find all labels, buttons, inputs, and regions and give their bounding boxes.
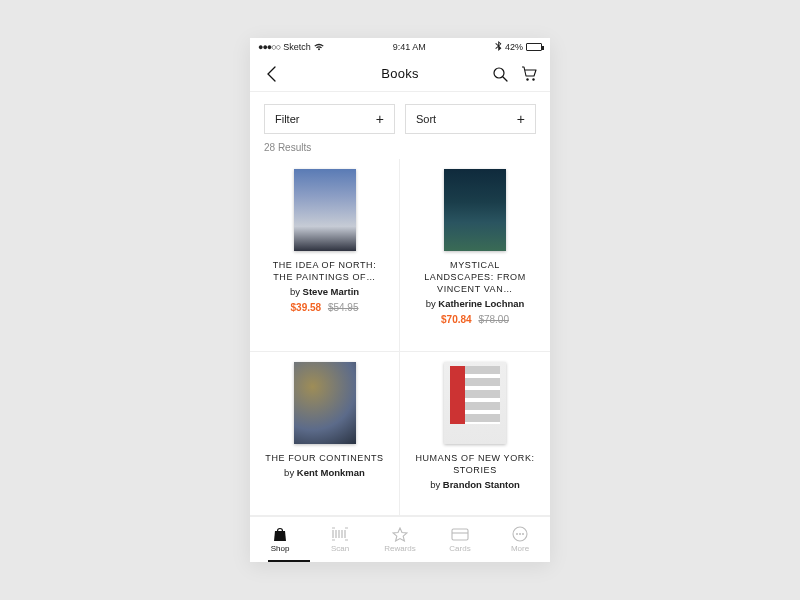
product-card[interactable]: MYSTICAL LANDSCAPES: FROM VINCENT VAN… b… [400,159,550,352]
phone-frame: ●●●○○ Sketch 9:41 AM 42% Books [250,38,550,562]
bag-icon [271,526,289,542]
cart-button[interactable] [521,65,538,83]
product-card[interactable]: THE FOUR CONTINENTS by Kent Monkman [250,352,400,516]
star-icon [391,526,409,542]
signal-dots-icon: ●●●○○ [258,42,280,52]
more-icon [511,526,529,542]
filter-label: Filter [275,113,299,125]
active-tab-indicator [268,560,310,562]
sale-price: $39.58 [291,302,322,313]
svg-rect-3 [452,529,468,540]
product-card[interactable]: THE IDEA OF NORTH: THE PAINTINGS OF… by … [250,159,400,352]
product-cover-image [294,169,356,251]
page-title: Books [381,66,419,81]
nav-bar: Books [250,56,550,92]
sort-label: Sort [416,113,436,125]
original-price: $78.00 [478,314,509,325]
product-title: HUMANS OF NEW YORK: STORIES [415,452,535,476]
product-grid: THE IDEA OF NORTH: THE PAINTINGS OF… by … [250,159,550,516]
svg-point-1 [526,78,528,80]
plus-icon: + [376,111,384,127]
tab-rewards[interactable]: Rewards [375,526,425,553]
status-bar: ●●●○○ Sketch 9:41 AM 42% [250,38,550,56]
product-author: by Katherine Lochnan [426,298,525,309]
search-button[interactable] [492,65,509,83]
card-icon [451,526,469,542]
clock: 9:41 AM [393,42,426,52]
tab-more[interactable]: More [495,526,545,553]
product-author: by Kent Monkman [284,467,365,478]
tab-cards[interactable]: Cards [435,526,485,553]
battery-percent: 42% [505,42,523,52]
product-prices: $39.58 $54.95 [291,302,359,313]
battery-icon [526,43,542,51]
product-prices: $70.84 $78.00 [441,314,509,325]
svg-point-6 [519,533,521,535]
barcode-icon [331,526,349,542]
wifi-icon [314,42,324,53]
tab-label: Shop [271,544,290,553]
product-title: MYSTICAL LANDSCAPES: FROM VINCENT VAN… [415,259,535,295]
product-cover-image [444,169,506,251]
product-author: by Brandon Stanton [430,479,520,490]
svg-point-7 [522,533,524,535]
tab-label: Rewards [384,544,416,553]
product-card[interactable]: HUMANS OF NEW YORK: STORIES by Brandon S… [400,352,550,516]
tab-shop[interactable]: Shop [255,526,305,553]
back-button[interactable] [262,65,280,83]
product-cover-image [294,362,356,444]
results-count: 28 Results [250,142,550,159]
product-cover-image [444,362,506,444]
plus-icon: + [517,111,525,127]
svg-point-5 [516,533,518,535]
sale-price: $70.84 [441,314,472,325]
tab-label: Scan [331,544,349,553]
original-price: $54.95 [328,302,359,313]
product-title: THE IDEA OF NORTH: THE PAINTINGS OF… [265,259,385,283]
svg-point-2 [532,78,534,80]
controls-row: Filter + Sort + [250,92,550,142]
bluetooth-icon [495,41,502,53]
tab-bar: Shop Scan Rewards Cards More [250,516,550,562]
svg-point-0 [494,68,504,78]
filter-button[interactable]: Filter + [264,104,395,134]
product-title: THE FOUR CONTINENTS [265,452,383,464]
tab-label: More [511,544,529,553]
carrier-label: Sketch [283,42,311,52]
sort-button[interactable]: Sort + [405,104,536,134]
product-author: by Steve Martin [290,286,359,297]
tab-label: Cards [449,544,470,553]
tab-scan[interactable]: Scan [315,526,365,553]
